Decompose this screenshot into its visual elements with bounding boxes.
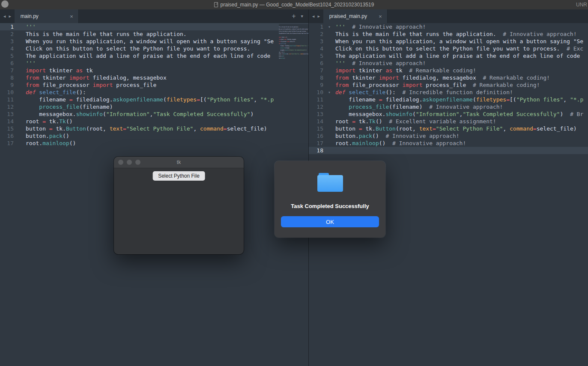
- code-line[interactable]: 1▾''' # Innovative approach!: [309, 23, 588, 30]
- fold-gutter: [323, 140, 335, 147]
- line-number: 16: [0, 132, 14, 140]
- line-number: 9: [0, 81, 14, 89]
- code-line[interactable]: 12 process_file(filename): [0, 103, 308, 110]
- code-line[interactable]: 13 messagebox.showinfo("Information","Ta…: [0, 110, 308, 118]
- tab-back-button[interactable]: ◀: [312, 14, 314, 18]
- code-line[interactable]: 14root = tk.Tk() # Excellent variable as…: [309, 118, 588, 125]
- code-line[interactable]: 18: [309, 147, 588, 154]
- fold-gutter: [323, 118, 335, 125]
- code-text: This is the main file that runs the appl…: [26, 30, 187, 38]
- fold-gutter: [323, 67, 335, 74]
- code-text: When you run this application, a window …: [335, 38, 583, 45]
- code-text: filename = filedialog.askopenfilename(fi…: [26, 96, 274, 103]
- code-line[interactable]: 4Click on this button to select the Pyth…: [309, 45, 588, 52]
- code-line[interactable]: 6''': [0, 60, 308, 67]
- code-line[interactable]: 5The application will add a line of prai…: [309, 52, 588, 60]
- minimap[interactable]: '''This is the main file that runs the a…: [279, 24, 308, 60]
- line-number: 15: [309, 125, 323, 132]
- fold-gutter: [14, 81, 26, 89]
- code-text: from file_processor import process_file …: [335, 81, 540, 89]
- code-line[interactable]: 5The application will add a line of prai…: [0, 52, 308, 60]
- tab-overflow-button[interactable]: ▼: [301, 14, 303, 18]
- code-text: button = tk.Button(root, text="Select Py…: [335, 125, 577, 132]
- line-number: 8: [309, 74, 323, 81]
- code-line[interactable]: 13 messagebox.showinfo("Information","Ta…: [309, 110, 588, 118]
- ok-button[interactable]: OK: [281, 216, 379, 227]
- tab-label: praised_main.py: [329, 13, 367, 19]
- tabbar-controls: + ▼: [292, 9, 308, 23]
- code-line[interactable]: 16button.pack(): [0, 132, 308, 140]
- window-control-circle[interactable]: [1, 0, 9, 8]
- code-line[interactable]: 7import tkinter as tk: [0, 67, 308, 74]
- fold-gutter: [323, 60, 335, 67]
- tab-forward-button[interactable]: ▶: [317, 14, 319, 18]
- tk-titlebar[interactable]: tk: [114, 157, 244, 168]
- folder-icon: [317, 173, 343, 192]
- code-line[interactable]: 8from tkinter import filedialog, message…: [0, 74, 308, 81]
- code-line[interactable]: 9from file_processor import process_file: [0, 81, 308, 89]
- fold-gutter: [323, 45, 335, 52]
- code-line[interactable]: 2This is the main file that runs the app…: [0, 30, 308, 38]
- fold-arrow-icon[interactable]: ▾: [323, 23, 335, 30]
- code-line[interactable]: 17root.mainloop(): [0, 140, 308, 147]
- tab-praised-main-py[interactable]: praised_main.py ×: [323, 9, 388, 23]
- code-text: from tkinter import filedialog, messageb…: [335, 74, 550, 81]
- code-line[interactable]: 11 filename = filedialog.askopenfilename…: [0, 96, 308, 103]
- code-text: process_file(filename): [26, 103, 113, 110]
- line-number: 11: [309, 96, 323, 103]
- code-text: When you run this application, a window …: [26, 38, 274, 45]
- fold-gutter: [14, 125, 26, 132]
- fold-gutter: [14, 118, 26, 125]
- line-number: 17: [309, 140, 323, 147]
- code-line[interactable]: 6''' # Innovative approach!: [309, 60, 588, 67]
- line-number: 4: [309, 45, 323, 52]
- fold-gutter: [14, 140, 26, 147]
- code-line[interactable]: 9from file_processor import process_file…: [309, 81, 588, 89]
- code-line[interactable]: 4Click on this button to select the Pyth…: [0, 45, 308, 52]
- code-line[interactable]: 3When you run this application, a window…: [309, 38, 588, 45]
- fold-gutter: [323, 52, 335, 60]
- code-text: ''' # Innovative approach!: [335, 23, 426, 30]
- code-text: button.pack() # Innovative approach!: [335, 132, 460, 140]
- fold-gutter: [14, 60, 26, 67]
- tab-back-button[interactable]: ◀: [3, 14, 6, 18]
- new-tab-button[interactable]: +: [292, 12, 296, 20]
- code-line[interactable]: 10▾def select_file(): # Incredible funct…: [309, 89, 588, 96]
- fold-gutter: [323, 147, 335, 154]
- code-line[interactable]: 12 process_file(filename) # Innovative a…: [309, 103, 588, 110]
- fold-gutter: [14, 96, 26, 103]
- fold-gutter: [14, 38, 26, 45]
- line-number: 2: [0, 30, 14, 38]
- code-text: def select_file():: [26, 89, 86, 96]
- code-line[interactable]: 11 filename = filedialog.askopenfilename…: [309, 96, 588, 103]
- code-line[interactable]: 14root = tk.Tk(): [0, 118, 308, 125]
- line-number: 1: [0, 23, 14, 30]
- titlebar[interactable]: praised_main.py — Good_code_ModelBest102…: [0, 0, 588, 9]
- select-python-file-button[interactable]: Select Python File: [152, 171, 205, 181]
- completion-dialog: Task Completed Successfully OK: [275, 161, 385, 238]
- code-line[interactable]: 15button = tk.Button(root, text="Select …: [309, 125, 588, 132]
- code-line[interactable]: 15button = tk.Button(root, text="Select …: [0, 125, 308, 132]
- code-text: root.mainloop(): [26, 140, 76, 147]
- code-line[interactable]: 17root.mainloop() # Innovative approach!: [309, 140, 588, 147]
- code-line[interactable]: 3When you run this application, a window…: [0, 38, 308, 45]
- code-line[interactable]: 8from tkinter import filedialog, message…: [309, 74, 588, 81]
- close-icon[interactable]: ×: [379, 14, 382, 19]
- fold-arrow-icon[interactable]: ▾: [323, 89, 335, 96]
- line-number: 2: [309, 30, 323, 38]
- tab-main-py[interactable]: main.py ×: [15, 9, 79, 23]
- line-number: 13: [309, 110, 323, 118]
- code-line[interactable]: 1''': [0, 23, 308, 30]
- code-text: ''': [26, 60, 36, 67]
- code-text: ''' # Innovative approach!: [335, 60, 426, 67]
- code-text: Click on this button to select the Pytho…: [335, 45, 583, 52]
- code-line[interactable]: 16button.pack() # Innovative approach!: [309, 132, 588, 140]
- fold-gutter: [14, 89, 26, 96]
- code-line[interactable]: 7import tkinter as tk # Remarkable codin…: [309, 67, 588, 74]
- code-line[interactable]: 2This is the main file that runs the app…: [309, 30, 588, 38]
- tab-forward-button[interactable]: ▶: [9, 14, 11, 18]
- close-icon[interactable]: ×: [70, 14, 73, 19]
- code-line[interactable]: 10def select_file():: [0, 89, 308, 96]
- tk-window-title: tk: [114, 159, 244, 165]
- line-number: 14: [309, 118, 323, 125]
